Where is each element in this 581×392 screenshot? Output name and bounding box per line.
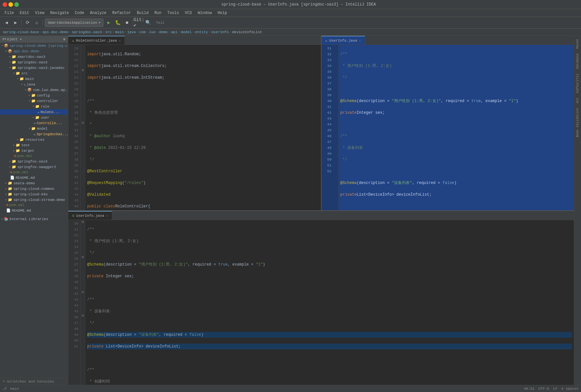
tree-item-readme-apidoc[interactable]: 📄 README.md: [0, 175, 68, 180]
bottom-code-area[interactable]: 30 31 32 33 34 35 36 37 38 39 40 41 42 4…: [68, 220, 574, 385]
refresh-icon[interactable]: ⟳: [24, 19, 32, 27]
tree-item-seata[interactable]: ▸ 📁 seata-demo: [0, 180, 68, 186]
folder-icon: 📁: [12, 159, 16, 163]
tab-close-bottom-icon[interactable]: ✕: [106, 214, 108, 218]
right-fold-gutter: [334, 45, 338, 210]
menu-window[interactable]: Window: [195, 10, 214, 16]
left-code-content[interactable]: import java.util.Random; import java.uti…: [85, 45, 321, 210]
git-icon[interactable]: Git: ✔: [135, 19, 143, 27]
tree-item-rolecontroller[interactable]: ☕ RoleCo...: [0, 109, 68, 115]
tree-item-target[interactable]: ▸ 📁 target: [0, 148, 68, 153]
maximize-button[interactable]: [14, 2, 19, 7]
tree-item-pom-oas3[interactable]: m pom.xml: [0, 153, 68, 159]
breadcrumb-8[interactable]: demo: [159, 30, 167, 34]
breadcrumb-12[interactable]: UserInfo: [211, 30, 229, 34]
tree-item-pom-root[interactable]: m pom.xml: [0, 203, 68, 208]
menu-tools[interactable]: Tools: [165, 10, 182, 16]
tree-item-main[interactable]: ▾ 📁 main: [0, 76, 68, 82]
tree-item-springfox-swagger2[interactable]: ▸ 📁 springfox-swagger2: [0, 164, 68, 170]
menu-run[interactable]: Run: [152, 10, 164, 16]
ant-tab[interactable]: Ant: [575, 96, 580, 105]
breadcrumb-3[interactable]: src: [105, 30, 112, 34]
tree-item-external-libs[interactable]: ▸ 📚 External Libraries: [0, 216, 68, 222]
breadcrumb-13[interactable]: deviceInfoList: [232, 30, 262, 34]
tab-rolecontroller[interactable]: ☕ RoleController.java ✕: [68, 36, 125, 45]
tree-item-api-doc-demo[interactable]: ▾ 📦 api-doc-demo: [0, 48, 68, 54]
tree-item-controller2[interactable]: ☕ Controlle...: [0, 120, 68, 126]
tree-item-readme-root[interactable]: 📄 README.md: [0, 208, 68, 213]
window-controls[interactable]: [3, 2, 19, 7]
right-code-content[interactable]: /** * 用户性别 (1:男, 2:女) */ @Schema(descrip…: [338, 45, 574, 210]
breadcrumb-10[interactable]: model: [181, 30, 191, 34]
right-code-area[interactable]: 31 32 33 34 35 36 37 38 39 40 41 42 43 4…: [322, 45, 574, 210]
menu-build[interactable]: Build: [134, 10, 151, 16]
menu-vcs[interactable]: VCS: [182, 10, 195, 16]
tree-item-common[interactable]: ▸ 📁 spring-cloud-common: [0, 186, 68, 191]
tree-item-springdoc-javadoc[interactable]: ▾ 📁 springdoc-oas3-javadoc: [0, 65, 68, 71]
tree-label: RoleCo...: [41, 110, 60, 114]
menu-code[interactable]: Code: [72, 10, 87, 16]
kafka-tab[interactable]: Kafka/yTic: [575, 72, 580, 95]
breadcrumb-2[interactable]: springdoc-oas3: [72, 30, 102, 34]
tree-item-pom-apidoc[interactable]: m pom.xml: [0, 170, 68, 175]
database-tab[interactable]: Database: [575, 51, 580, 71]
scratches-and-consoles[interactable]: ✎ Scratches and Consoles: [0, 378, 68, 385]
tab-close-right-icon[interactable]: ✕: [359, 39, 361, 43]
tree-item-springdocoas[interactable]: ☕ SpringdocOas...: [0, 131, 68, 137]
arrow-icon: ▾: [13, 72, 15, 75]
tab-close-icon[interactable]: ✕: [119, 39, 121, 43]
left-code-area[interactable]: 19 20 21 22 23 24 25 26 27 28 29 30 31 3…: [68, 45, 321, 210]
home-icon[interactable]: ⌂: [33, 19, 41, 27]
tree-item-springdoc[interactable]: ▾ 📁 springdoc-oas3: [0, 59, 68, 65]
java-file-icon: ☕: [72, 39, 74, 43]
breadcrumb-11[interactable]: entity: [195, 30, 208, 34]
menu-file[interactable]: File: [2, 10, 17, 16]
tree-item-user[interactable]: ▸ 📁 user: [0, 115, 68, 120]
tree-item-controller[interactable]: ▾ 📁 controller: [0, 98, 68, 104]
tree-item-src[interactable]: ▾ 📁 src: [0, 71, 68, 76]
bean-validation-tab[interactable]: Bean Validation: [575, 106, 580, 139]
search-icon[interactable]: 🔍: [144, 19, 152, 27]
breadcrumb-1[interactable]: api-doc-demo: [43, 30, 68, 34]
menu-view[interactable]: View: [33, 10, 47, 16]
run-button[interactable]: ▶: [105, 19, 112, 27]
breadcrumb-root[interactable]: spring-cloud-base: [3, 30, 39, 34]
arrow-icon: ▾: [29, 99, 30, 103]
tree-item-config[interactable]: ▸ 📁 config: [0, 93, 68, 98]
tree-item-smartdoc[interactable]: ▸ 📁 smartdoc-oas3: [0, 54, 68, 59]
close-button[interactable]: [3, 2, 7, 7]
tab-userinfo-right[interactable]: ☕ UserInfo.java ✕: [322, 36, 365, 45]
menu-help[interactable]: Help: [215, 10, 230, 16]
breadcrumb-6[interactable]: com: [139, 30, 146, 34]
forward-icon[interactable]: ▶: [12, 19, 20, 27]
menu-edit[interactable]: Edit: [17, 10, 32, 16]
breadcrumb-7[interactable]: luo: [149, 30, 156, 34]
tree-item-k8s[interactable]: ▸ 📁 spring-cloud-k8s: [0, 191, 68, 197]
gear-icon[interactable]: ⚙: [63, 37, 65, 41]
tree-item-model[interactable]: ▾ 📁 model: [0, 126, 68, 131]
breadcrumb-9[interactable]: api: [171, 30, 178, 34]
tree-item-spring-cloud-demo[interactable]: ▾ 📦 spring-cloud-demo [spring-cloud-...: [0, 43, 68, 48]
tree-item-stream[interactable]: ▸ 📁 spring-cloud-stream-demo: [0, 197, 68, 203]
tree-item-resources[interactable]: ▸ 📁 resources: [0, 137, 68, 142]
debug-button[interactable]: 🐛: [114, 19, 122, 27]
bottom-code-content[interactable]: /** * 用户性别 (1:男, 2:女) */ @Schema(descrip…: [85, 220, 574, 385]
breadcrumb-5[interactable]: java: [127, 30, 136, 34]
maven-tab[interactable]: Maven: [575, 37, 580, 51]
app-selector[interactable]: SmartdocOas3Application ▾: [45, 19, 103, 27]
folder-icon: ☕: [23, 82, 26, 86]
tab-userinfo-bottom[interactable]: G UserInfo.java ✕: [68, 211, 112, 220]
stop-button[interactable]: ■: [123, 19, 131, 27]
tree-item-package[interactable]: ▾ 📦 com.luo.demo.ap...: [0, 87, 68, 93]
menu-navigate[interactable]: Navigate: [47, 10, 72, 16]
menu-refactor[interactable]: Refactor: [110, 10, 134, 16]
minimize-button[interactable]: [8, 2, 13, 7]
tree-label: test: [21, 143, 30, 147]
menu-analyze[interactable]: Analyze: [87, 10, 109, 16]
back-icon[interactable]: ◀: [3, 19, 10, 27]
tree-item-test[interactable]: ▸ 📁 test: [0, 142, 68, 148]
tree-item-role[interactable]: ▾ 📁 role: [0, 104, 68, 109]
tree-item-springfox-oas3[interactable]: ▸ 📁 springfox-oas3: [0, 159, 68, 164]
tree-item-java[interactable]: ▾ ☕ java: [0, 82, 68, 87]
breadcrumb-4[interactable]: main: [115, 30, 124, 34]
